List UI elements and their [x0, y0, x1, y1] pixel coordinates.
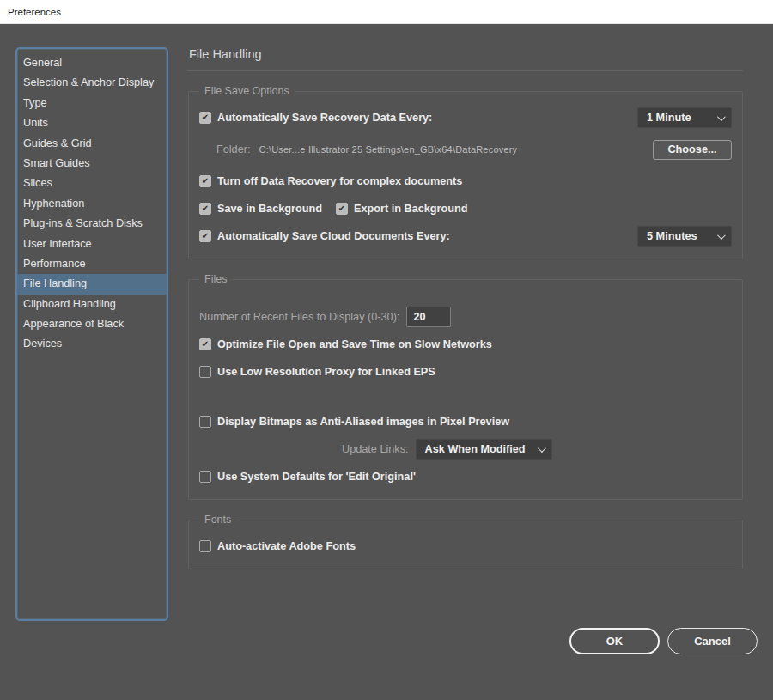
checkbox-icon	[199, 416, 211, 428]
cancel-button[interactable]: Cancel	[667, 628, 758, 654]
sidebar-item-type[interactable]: Type	[17, 94, 167, 113]
dialog-actions: OK Cancel	[188, 628, 758, 654]
sidebar-item-plugins-scratch-disks[interactable]: Plug-ins & Scratch Disks	[17, 214, 167, 234]
sidebar-item-user-interface[interactable]: User Interface	[17, 234, 167, 254]
auto-activate-fonts-label: Auto-activate Adobe Fonts	[217, 540, 356, 552]
sidebar-item-units[interactable]: Units	[17, 113, 167, 133]
chevron-down-icon	[717, 231, 726, 240]
file-handling-panel: File Handling File Save Options Automati…	[188, 47, 758, 654]
group-file-save-options-title: File Save Options	[199, 85, 295, 97]
chevron-down-icon	[538, 444, 546, 453]
preferences-dialog: General Selection & Anchor Display Type …	[0, 24, 773, 700]
chevron-down-icon	[717, 113, 726, 121]
optimize-network-row: Optimize File Open and Save Time on Slow…	[199, 334, 732, 355]
auto-save-cloud-label: Automatically Save Cloud Documents Every…	[217, 230, 450, 242]
sidebar-item-appearance-of-black[interactable]: Appearance of Black	[17, 314, 167, 334]
recent-files-label: Number of Recent Files to Display (0-30)…	[199, 311, 399, 323]
system-defaults-checkbox[interactable]: Use System Defaults for 'Edit Original'	[199, 471, 416, 483]
cloud-interval-select[interactable]: 5 Minutes	[637, 226, 732, 247]
recovery-interval-select[interactable]: 1 Minute	[637, 107, 732, 128]
low-res-proxy-checkbox[interactable]: Use Low Resolution Proxy for Linked EPS	[199, 366, 435, 378]
sidebar-item-file-handling[interactable]: File Handling	[17, 274, 167, 294]
system-defaults-row: Use System Defaults for 'Edit Original'	[199, 466, 732, 487]
auto-save-recovery-row: Automatically Save Recovery Data Every: …	[199, 107, 732, 128]
recent-files-row: Number of Recent Files to Display (0-30)…	[199, 307, 732, 327]
export-in-background-checkbox[interactable]: Export in Background	[336, 203, 468, 215]
update-links-row: Update Links: Ask When Modified	[342, 439, 732, 460]
auto-activate-fonts-row: Auto-activate Adobe Fonts	[199, 536, 732, 557]
checkbox-icon	[199, 471, 211, 483]
group-files: Files Number of Recent Files to Display …	[188, 273, 743, 500]
low-res-proxy-row: Use Low Resolution Proxy for Linked EPS	[199, 362, 732, 382]
recent-files-input[interactable]	[406, 307, 451, 327]
turn-off-recovery-row: Turn off Data Recovery for complex docum…	[199, 171, 732, 192]
auto-activate-fonts-checkbox[interactable]: Auto-activate Adobe Fonts	[199, 540, 356, 552]
sidebar-item-smart-guides[interactable]: Smart Guides	[17, 154, 167, 173]
optimize-network-label: Optimize File Open and Save Time on Slow…	[217, 338, 492, 350]
choose-folder-button[interactable]: Choose...	[653, 140, 732, 160]
turn-off-recovery-checkbox[interactable]: Turn off Data Recovery for complex docum…	[199, 175, 462, 187]
sidebar-item-performance[interactable]: Performance	[17, 254, 167, 274]
update-links-label: Update Links:	[342, 443, 409, 455]
save-in-background-checkbox[interactable]: Save in Background	[199, 203, 322, 215]
group-fonts: Fonts Auto-activate Adobe Fonts	[188, 514, 743, 569]
window-titlebar: Preferences	[0, 0, 773, 24]
export-in-background-label: Export in Background	[354, 203, 468, 215]
low-res-proxy-label: Use Low Resolution Proxy for Linked EPS	[217, 366, 435, 378]
background-row: Save in Background Export in Background	[199, 198, 732, 219]
save-in-background-label: Save in Background	[217, 203, 322, 215]
checkbox-icon	[336, 203, 348, 215]
group-fonts-title: Fonts	[199, 514, 236, 526]
system-defaults-label: Use System Defaults for 'Edit Original'	[217, 471, 416, 483]
preferences-sidebar: General Selection & Anchor Display Type …	[15, 47, 168, 621]
sidebar-item-devices[interactable]: Devices	[17, 334, 167, 354]
window-title: Preferences	[8, 7, 61, 17]
auto-save-recovery-checkbox[interactable]: Automatically Save Recovery Data Every:	[199, 112, 432, 124]
display-bitmaps-row: Display Bitmaps as Anti-Aliased images i…	[199, 411, 732, 432]
auto-save-recovery-label: Automatically Save Recovery Data Every:	[217, 112, 432, 124]
group-file-save-options: File Save Options Automatically Save Rec…	[188, 85, 743, 259]
sidebar-item-general[interactable]: General	[17, 53, 167, 73]
auto-save-cloud-row: Automatically Save Cloud Documents Every…	[199, 226, 732, 247]
update-links-value: Ask When Modified	[425, 443, 526, 455]
auto-save-cloud-checkbox[interactable]: Automatically Save Cloud Documents Every…	[199, 230, 450, 242]
turn-off-recovery-label: Turn off Data Recovery for complex docum…	[217, 175, 462, 187]
checkbox-icon	[199, 112, 211, 124]
page-title: File Handling	[188, 47, 743, 71]
recovery-interval-value: 1 Minute	[647, 112, 691, 124]
folder-label: Folder:	[216, 143, 251, 155]
recovery-folder-path: C:\User...e Illustrator 25 Settings\en_G…	[259, 144, 518, 155]
optimize-network-checkbox[interactable]: Optimize File Open and Save Time on Slow…	[199, 338, 492, 350]
display-bitmaps-label: Display Bitmaps as Anti-Aliased images i…	[217, 416, 509, 428]
sidebar-item-hyphenation[interactable]: Hyphenation	[17, 194, 167, 214]
checkbox-icon	[199, 230, 211, 242]
checkbox-icon	[199, 540, 211, 552]
checkbox-icon	[199, 338, 211, 350]
recovery-folder-row: Folder: C:\User...e Illustrator 25 Setti…	[199, 139, 732, 160]
sidebar-item-slices[interactable]: Slices	[17, 173, 167, 193]
checkbox-icon	[199, 366, 211, 378]
update-links-select[interactable]: Ask When Modified	[416, 439, 552, 460]
ok-button[interactable]: OK	[569, 628, 660, 654]
sidebar-item-clipboard-handling[interactable]: Clipboard Handling	[17, 295, 167, 314]
sidebar-item-selection-anchor-display[interactable]: Selection & Anchor Display	[17, 73, 167, 93]
checkbox-icon	[199, 175, 211, 187]
display-bitmaps-checkbox[interactable]: Display Bitmaps as Anti-Aliased images i…	[199, 416, 509, 428]
group-files-title: Files	[199, 273, 232, 285]
sidebar-item-guides-grid[interactable]: Guides & Grid	[17, 134, 167, 154]
checkbox-icon	[199, 203, 211, 215]
cloud-interval-value: 5 Minutes	[647, 230, 697, 242]
